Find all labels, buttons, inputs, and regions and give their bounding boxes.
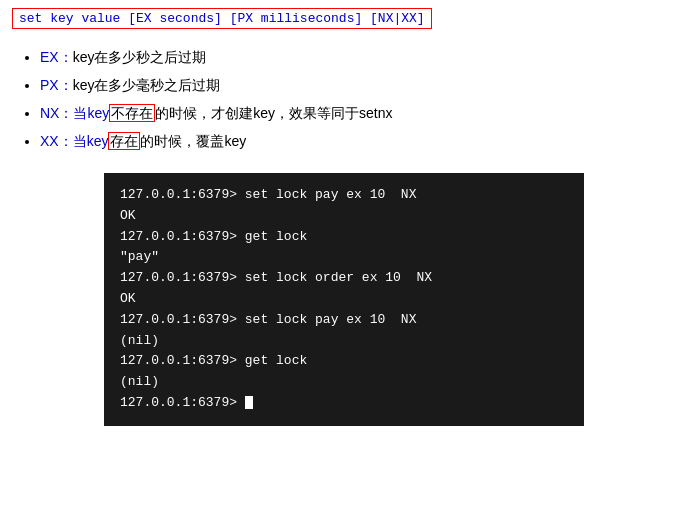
terminal-wrapper: 127.0.0.1:6379> set lock pay ex 10 NX OK… <box>12 173 676 426</box>
nx-label: NX：当key <box>40 105 109 121</box>
terminal-line-cursor: 127.0.0.1:6379> <box>120 393 568 414</box>
cursor-icon <box>245 396 253 409</box>
px-text: key在多少毫秒之后过期 <box>73 77 221 93</box>
px-label: PX： <box>40 77 73 93</box>
terminal-line-8: (nil) <box>120 331 568 352</box>
bullet-list: EX：key在多少秒之后过期 PX：key在多少毫秒之后过期 NX：当key不存… <box>12 43 676 155</box>
xx-highlight: 存在 <box>108 132 140 150</box>
list-item-ex: EX：key在多少秒之后过期 <box>40 43 676 71</box>
list-item-px: PX：key在多少毫秒之后过期 <box>40 71 676 99</box>
terminal-line-4: "pay" <box>120 247 568 268</box>
nx-highlight: 不存在 <box>109 104 155 122</box>
syntax-box: set key value [EX seconds] [PX milliseco… <box>12 8 432 29</box>
terminal-line-6: OK <box>120 289 568 310</box>
terminal: 127.0.0.1:6379> set lock pay ex 10 NX OK… <box>104 173 584 426</box>
list-item-xx: XX：当key存在的时候，覆盖key <box>40 127 676 155</box>
terminal-line-1: 127.0.0.1:6379> set lock pay ex 10 NX <box>120 185 568 206</box>
list-item-nx: NX：当key不存在的时候，才创建key，效果等同于setnx <box>40 99 676 127</box>
xx-label: XX：当key <box>40 133 108 149</box>
terminal-line-9: 127.0.0.1:6379> get lock <box>120 351 568 372</box>
ex-label: EX： <box>40 49 73 65</box>
terminal-line-7: 127.0.0.1:6379> set lock pay ex 10 NX <box>120 310 568 331</box>
terminal-line-5: 127.0.0.1:6379> set lock order ex 10 NX <box>120 268 568 289</box>
nx-text: 的时候，才创建key，效果等同于setnx <box>155 105 392 121</box>
terminal-line-3: 127.0.0.1:6379> get lock <box>120 227 568 248</box>
xx-text: 的时候，覆盖key <box>140 133 246 149</box>
terminal-line-2: OK <box>120 206 568 227</box>
syntax-text: set key value [EX seconds] [PX milliseco… <box>19 11 425 26</box>
ex-text: key在多少秒之后过期 <box>73 49 207 65</box>
terminal-line-10: (nil) <box>120 372 568 393</box>
